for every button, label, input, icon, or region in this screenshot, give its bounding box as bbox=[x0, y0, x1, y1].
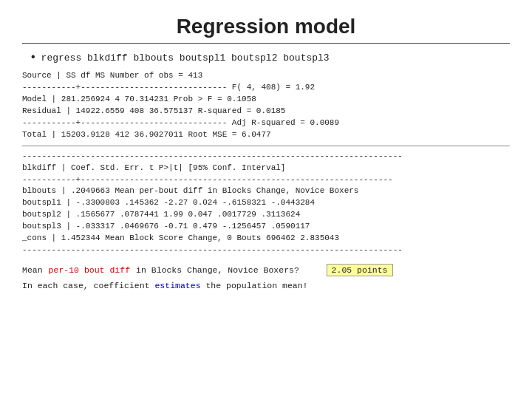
table2-row5: _cons | 1.452344 Mean Block Score Change… bbox=[22, 233, 510, 245]
table2-sep-top: ----------------------------------------… bbox=[22, 151, 510, 163]
bottom-highlight2: estimates bbox=[154, 281, 200, 290]
table2-header: blkdiff | Coef. Std. Err. t P>|t| [95% C… bbox=[22, 163, 510, 174]
table2-row1: blbouts | .2049663 Mean per-bout diff in… bbox=[22, 185, 510, 197]
table1-sep1: -----------+----------------------------… bbox=[22, 82, 510, 94]
regress-command: •regress blkdiff blbouts boutspl1 boutsp… bbox=[30, 51, 510, 64]
table2-sep-bot: ----------------------------------------… bbox=[22, 245, 510, 256]
table1-total: Total | 15203.9128 412 36.9027011 Root M… bbox=[22, 129, 510, 141]
regression-output: Source | SS df MS Number of obs = 413 --… bbox=[22, 70, 510, 141]
table1-row2: Residual | 14922.6559 408 36.575137 R-sq… bbox=[22, 106, 510, 117]
mean-box: 2.05 points bbox=[327, 264, 393, 276]
mean-line: Mean per-10 bout diff in Blocks Change, … bbox=[22, 264, 510, 276]
bottom-prefix: In each case, coefficient bbox=[22, 281, 154, 290]
table2-row3: boutspl2 | .1565677 .0787441 1.99 0.047 … bbox=[22, 209, 510, 221]
table2-row2: boutspl1 | -.3300803 .145362 -2.27 0.024… bbox=[22, 197, 510, 209]
mean-prefix: Mean bbox=[22, 265, 43, 275]
mean-middle: in Blocks Change, Novice Boxers? bbox=[136, 265, 299, 275]
mean-highlight1: per-10 bout diff bbox=[49, 265, 130, 275]
table2-sep-mid: -----------+----------------------------… bbox=[22, 174, 510, 186]
bottom-suffix: the population mean! bbox=[201, 281, 308, 290]
table1-header: Source | SS df MS Number of obs = 413 bbox=[22, 70, 510, 82]
table1-row1: Model | 281.256924 4 70.314231 Prob > F … bbox=[22, 94, 510, 106]
table1-sep2: -----------+----------------------------… bbox=[22, 117, 510, 129]
regression-coef-output: ----------------------------------------… bbox=[22, 151, 510, 256]
table2-row4: boutspl3 | -.033317 .0469676 -0.71 0.479… bbox=[22, 221, 510, 233]
page-title: Regression model bbox=[22, 15, 510, 38]
bottom-line: In each case, coefficient estimates the … bbox=[22, 281, 510, 290]
